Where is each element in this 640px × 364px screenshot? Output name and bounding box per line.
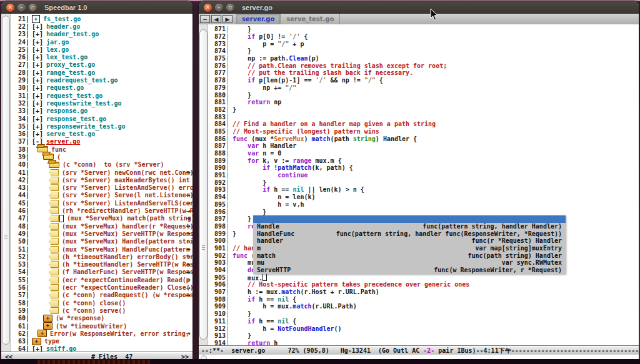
expand-icon[interactable]: [+] <box>32 345 43 352</box>
expand-icon[interactable]: [+] <box>32 100 43 107</box>
speedbar-item[interactable]: 36|[+]serve_test.go <box>11 130 192 137</box>
tag-icon[interactable] <box>49 200 59 207</box>
code-line[interactable]: 909| h = mux.match(r.URL.Path) <box>208 303 639 310</box>
tabbar-scroll-right-button[interactable]: ▶ <box>222 15 232 23</box>
speedbar-item-label[interactable]: (srv *Server) newConn(rwc net.Conn) ( <box>62 169 192 176</box>
speedbar-item-label[interactable]: header.go <box>46 23 80 30</box>
speedbar-item-label[interactable]: (ecr *expectContinueReader) Close() e <box>62 284 192 291</box>
speedbar-item[interactable]: 55|(ecr *expectContinueReader) Read(p []… <box>11 276 192 283</box>
expand-icon[interactable]: [+] <box>32 92 43 99</box>
speedbar-item-label[interactable]: (rh *redirectHandler) ServeHTTP(w Res <box>62 207 192 214</box>
code-line[interactable]: 873| p = "/" + p <box>208 40 639 47</box>
expand-icon[interactable]: [+] <box>32 69 43 76</box>
speedbar-item-label[interactable]: (c *conn) readRequest() (w *response, <box>62 292 192 298</box>
code-line[interactable]: 891| continue <box>208 172 639 179</box>
code-line[interactable]: 883| <box>208 113 639 121</box>
tabbar-minus-button[interactable]: − <box>200 15 210 23</box>
speedbar-item[interactable]: 28|[+]range_test.go <box>11 69 192 76</box>
expand-icon[interactable]: [+] <box>32 61 43 68</box>
code-line[interactable]: 892| } <box>208 179 639 186</box>
code-line[interactable]: 875| np := path.Clean(p) <box>208 55 639 62</box>
speedbar-item-label[interactable]: requestwrite_test.go <box>46 100 121 107</box>
tab-server-go[interactable]: server.go <box>236 14 281 24</box>
tag-icon[interactable] <box>49 284 59 291</box>
speedbar-item[interactable]: 51|(mux *ServeMux) HandleFunc(pattern st… <box>11 245 192 253</box>
speedbar-item-label[interactable]: response.go <box>46 107 88 114</box>
code-line[interactable]: 881| return np <box>208 99 639 106</box>
speedbar-item-label[interactable]: (c *conn) serve() <box>62 307 126 314</box>
code-area[interactable]: 871| }872| if p[0] != '/' {873| p = "/" … <box>208 26 639 347</box>
speedbar-item-label[interactable]: (c *conn) to (srv *Server) <box>62 161 164 168</box>
speedbar-item-label[interactable]: readrequest_test.go <box>46 77 118 84</box>
speedbar-item[interactable]: 32|[+]requestwrite_test.go <box>11 99 192 107</box>
speedbar-item[interactable]: 54|(f HandlerFunc) ServeHTTP(w ResponseW… <box>11 268 192 276</box>
tag-icon[interactable] <box>49 215 59 222</box>
code-line[interactable]: 910| } <box>208 310 639 318</box>
tag-icon[interactable] <box>49 261 59 268</box>
speedbar-item-label[interactable]: (srv *Server) maxHeaderBytes() int <box>62 177 190 184</box>
speedbar-item-label[interactable]: (mux *ServeMux) match(path string) Ha <box>67 215 192 222</box>
code-line[interactable]: 907| h := mux.match(r.Host + r.URL.Path) <box>208 288 639 296</box>
document-plus-icon[interactable]: + <box>32 15 40 23</box>
speedbar-item-label[interactable]: request_test.go <box>46 92 102 99</box>
speedbar-item-label[interactable]: (f HandlerFunc) ServeHTTP(w ResponseW <box>62 268 192 275</box>
editor-body[interactable]: 871| }872| if p[0] != '/' {873| p = "/" … <box>199 24 639 347</box>
tag-icon[interactable] <box>49 177 59 184</box>
speedbar-item-label[interactable]: (ecr *expectContinueReader) Read(p [] <box>62 277 192 283</box>
speedbar-item[interactable]: 44|(srv *Server) Serve(l net.Listener) e… <box>11 192 192 199</box>
speedbar-item[interactable]: 63|+type <box>11 337 192 345</box>
open-folder-icon[interactable] <box>49 162 59 168</box>
speedbar-item[interactable]: 34|[+]response_test.go <box>11 115 192 122</box>
expand-icon[interactable]: [+] <box>32 31 43 37</box>
code-line[interactable]: 878| if p[len(p)-1] == '/' && np != "/" … <box>208 77 639 84</box>
speedbar-item-label[interactable]: (w *response) <box>56 315 104 322</box>
speedbar-item[interactable]: 62|+Error(w ResponseWriter, error string… <box>11 330 192 337</box>
speedbar-item-label[interactable]: (c *conn) close() <box>62 300 126 307</box>
completion-item[interactable]: matchfunc(path string) Handler <box>253 252 566 259</box>
code-line[interactable]: 895| h = v.h <box>208 201 639 209</box>
editor-scrollbar[interactable] <box>199 24 208 347</box>
closed-group-icon[interactable]: + <box>38 330 47 337</box>
tag-icon[interactable] <box>49 230 59 237</box>
code-line[interactable]: 893| if h == nil || len(k) > n { <box>208 186 639 194</box>
expand-icon[interactable]: [+] <box>32 123 43 130</box>
speedbar-item-label[interactable]: Error(w ResponseWriter, error string, c <box>50 330 192 337</box>
completion-item[interactable]: ServeHTTPfunc(w ResponseWriter, r *Reque… <box>253 267 566 274</box>
speedbar-item[interactable]: 56|(ecr *expectContinueReader) Close() e… <box>11 283 192 291</box>
code-line[interactable]: 905| mux. <box>208 273 639 281</box>
editor-scrollbar-thumb[interactable] <box>199 29 208 340</box>
speedbar-scrollbar[interactable] <box>1 14 11 353</box>
expand-icon[interactable]: [+] <box>32 23 43 30</box>
speedbar-item[interactable]: 30|[+]request.go <box>11 84 192 92</box>
speedbar-item-label[interactable]: server.go <box>46 138 80 145</box>
expand-icon[interactable]: [+] <box>32 39 43 46</box>
speedbar-item-label[interactable]: type <box>44 338 59 345</box>
tag-icon[interactable] <box>49 300 59 307</box>
expand-icon[interactable]: [+] <box>32 46 43 53</box>
code-line[interactable]: 884|// Find a handler on a handler map g… <box>208 121 639 128</box>
speedbar-item-label[interactable]: response_test.go <box>46 116 106 122</box>
tag-icon[interactable] <box>49 268 59 275</box>
closed-group-icon[interactable]: + <box>43 322 52 330</box>
completion-item[interactable]: mvar map[string]muxEntry <box>253 245 566 252</box>
speedbar-item[interactable]: 29|[+]readrequest_test.go <box>11 76 192 84</box>
speedbar-item[interactable]: 26|[+]lex_test.go <box>11 53 192 61</box>
expand-icon[interactable]: [+] <box>32 116 43 122</box>
tag-icon[interactable] <box>49 292 59 298</box>
speedbar-item[interactable]: 43|(srv *Server) ListenAndServe() error <box>11 184 192 192</box>
completion-item[interactable]: Handlefunc(pattern string, handler Handl… <box>253 223 566 230</box>
speedbar-item[interactable]: 57|(c *conn) readRequest() (w *response,… <box>11 292 192 299</box>
code-line[interactable]: 874| } <box>208 47 639 55</box>
close-button[interactable]: ✕ <box>204 4 212 12</box>
speedbar-item[interactable]: 49|(mux *ServeMux) ServeHTTP(w ResponseW… <box>11 230 192 237</box>
maximize-button[interactable]: ▫ <box>226 4 234 12</box>
code-line[interactable]: 906| // Host-specific pattern takes prec… <box>208 281 639 288</box>
code-line[interactable]: 908| if h == nil { <box>208 295 639 303</box>
open-folder-icon[interactable] <box>43 154 54 160</box>
code-line[interactable]: 882|} <box>208 106 639 114</box>
code-line[interactable]: 880| } <box>208 91 639 99</box>
speedbar-item-label[interactable]: (mux *ServeMux) Handle(pattern string <box>62 238 192 245</box>
speedbar-item[interactable]: 46|(rh *redirectHandler) ServeHTTP(w Res… <box>11 207 192 214</box>
speedbar-item[interactable]: 25|[+]lex.go <box>11 46 192 53</box>
code-line[interactable]: 911| if h == nil { <box>208 318 639 325</box>
